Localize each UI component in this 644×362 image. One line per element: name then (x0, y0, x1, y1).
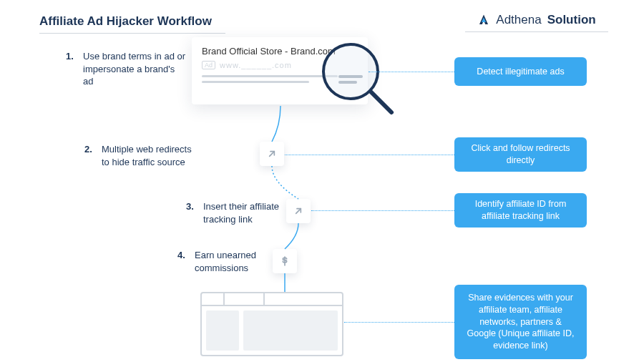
step-number: 3. (186, 200, 197, 225)
connector-line (285, 155, 454, 155)
workflow-title: Affiliate Ad Hijacker Workflow (39, 14, 225, 34)
solution-pill-4: Share evidences with your affiliate team… (454, 285, 587, 359)
step-text: Insert their affiliate tracking link (203, 200, 293, 225)
step-number: 4. (177, 249, 189, 274)
step-number: 1. (66, 50, 77, 88)
svg-rect-2 (338, 75, 363, 78)
step-text: Use brand terms in ad or impersonate a b… (83, 50, 187, 88)
connector-line (369, 72, 454, 72)
step-3: 3. Insert their affiliate tracking link (186, 200, 293, 225)
ad-text-line (202, 75, 338, 77)
connector-line (311, 210, 454, 211)
solution-word: Solution (547, 13, 596, 27)
solution-pill-3: Identify affiliate ID from affiliate tra… (454, 193, 587, 228)
svg-line-1 (371, 92, 391, 112)
ad-label-badge: Ad (202, 61, 215, 69)
browser-window-mock (200, 292, 343, 356)
step-1: 1. Use brand terms in ad or impersonate … (66, 50, 187, 88)
svg-line-4 (270, 152, 275, 157)
step-number: 2. (84, 143, 96, 168)
step-text: Multiple web redirects to hide traffic s… (102, 143, 199, 168)
step-4: 4. Earn unearned commissions (177, 249, 278, 274)
browser-content (243, 310, 338, 351)
solution-title: Adthena Solution (465, 13, 608, 32)
solution-pill-2: Click and follow redirects directly (454, 137, 587, 172)
solution-pill-1: Detect illegitimate ads (454, 57, 587, 86)
browser-sidebar (206, 310, 239, 351)
brand-name: Adthena (496, 13, 541, 27)
step-text: Earn unearned commissions (195, 249, 278, 274)
step-2: 2. Multiple web redirects to hide traffi… (84, 143, 199, 168)
adthena-logo-icon (477, 14, 490, 26)
svg-line-5 (296, 209, 301, 214)
browser-tabs (202, 293, 342, 306)
ad-url: www.______.com (220, 61, 292, 69)
svg-rect-3 (338, 81, 357, 84)
ad-text-line (202, 81, 309, 83)
dollar-icon (273, 249, 297, 273)
connector-line (344, 322, 454, 323)
redirect-icon (286, 199, 311, 223)
redirect-icon (260, 142, 284, 166)
magnifying-glass-icon (318, 39, 397, 118)
